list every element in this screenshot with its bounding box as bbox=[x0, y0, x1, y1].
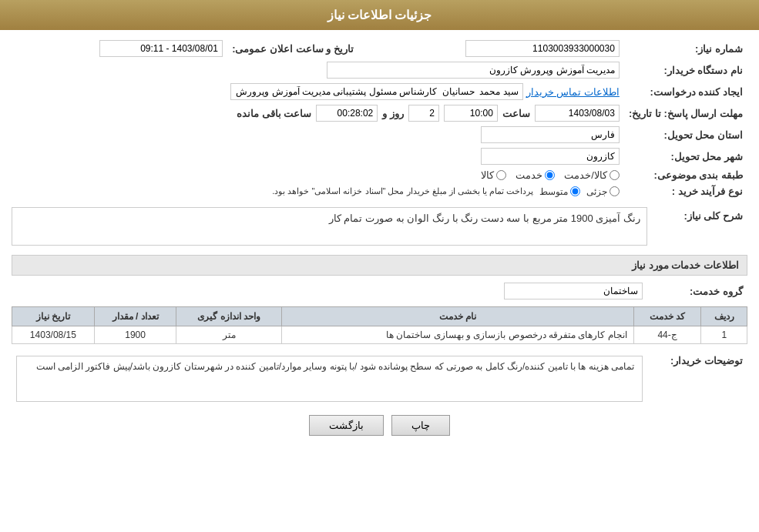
tabaghebandi-label: طبقه بندی موضوعی: bbox=[624, 167, 747, 183]
ijadKonande-label: ایجاد کننده درخواست: bbox=[624, 81, 747, 102]
col-vahed: واحد اندازه گیری bbox=[176, 307, 282, 326]
mohlat-remaining-input[interactable] bbox=[316, 105, 378, 122]
table-cell: انجام کارهای متفرقه درخصوص بازسازی و بهس… bbox=[282, 326, 634, 344]
rooz-label: روز و bbox=[382, 108, 404, 119]
col-kod: کد خدمت bbox=[633, 307, 701, 326]
shahr-label: شهر محل تحویل: bbox=[624, 146, 747, 167]
ijadKonande-input[interactable] bbox=[230, 83, 523, 100]
saat-label: ساعت bbox=[502, 108, 530, 119]
radio-kala[interactable]: کالا bbox=[481, 169, 506, 181]
radio-jozii-input[interactable] bbox=[610, 186, 620, 196]
groheKhadamat-label: گروه خدمت: bbox=[647, 280, 747, 302]
radio-khadamat-input[interactable] bbox=[545, 170, 555, 180]
col-radif: ردیف bbox=[701, 307, 747, 326]
noeFarayand-note: پرداخت تمام یا بخشی از مبلغ خریدار محل "… bbox=[272, 186, 533, 196]
shahr-input[interactable] bbox=[481, 148, 620, 165]
page-header: جزئیات اطلاعات نیاز bbox=[0, 0, 759, 30]
noeFarayand-label: نوع فرآیند خرید : bbox=[624, 183, 747, 199]
radio-kala-khadamat-label: کالا/خدمت bbox=[564, 169, 607, 181]
groheKhadamat-input[interactable] bbox=[504, 283, 643, 299]
table-cell: 1900 bbox=[94, 326, 176, 344]
table-cell: ج-44 bbox=[633, 326, 701, 344]
tarikh-input[interactable] bbox=[99, 40, 223, 57]
tavzihat-text: تمامی هزینه ها با تامین کننده/رنگ کامل ب… bbox=[36, 361, 634, 372]
chap-button[interactable]: چاپ bbox=[391, 415, 450, 436]
radio-khadamat[interactable]: خدمت bbox=[516, 169, 555, 181]
mohlat-rooz-input[interactable] bbox=[408, 105, 439, 122]
tavzihat-box: تمامی هزینه ها با تامین کننده/رنگ کامل ب… bbox=[16, 356, 643, 402]
sharhNiaz-text: رنگ آمیزی 1900 متر مربع با سه دست رنگ با… bbox=[329, 212, 640, 224]
namDastgah-input[interactable] bbox=[327, 62, 620, 79]
radio-kala-khadamat[interactable]: کالا/خدمت bbox=[564, 169, 620, 181]
buttons-row: چاپ بازگشت bbox=[12, 415, 747, 436]
radio-motevaset-input[interactable] bbox=[570, 186, 580, 196]
mohlat-label: مهلت ارسال پاسخ: تا تاریخ: bbox=[624, 102, 747, 124]
mohlat-saat-input[interactable] bbox=[444, 105, 498, 122]
table-cell: 1403/08/15 bbox=[12, 326, 95, 344]
table-cell: 1 bbox=[701, 326, 747, 344]
sharhNiaz-label: شرح کلی نیاز: bbox=[647, 204, 747, 249]
table-row: 1ج-44انجام کارهای متفرقه درخصوص بازسازی … bbox=[12, 326, 747, 344]
ostan-label: استان محل تحویل: bbox=[624, 124, 747, 146]
radio-motevaset-label: متوسط bbox=[539, 186, 568, 197]
radio-kala-label: کالا bbox=[481, 169, 494, 181]
bazgasht-button[interactable]: بازگشت bbox=[309, 415, 384, 436]
radio-khadamat-label: خدمت bbox=[516, 169, 542, 181]
mohlat-date-input[interactable] bbox=[535, 105, 620, 122]
khadamat-section-title: اطلاعات خدمات مورد نیاز bbox=[12, 255, 747, 276]
shomareNiaz-label: شماره نیاز: bbox=[624, 38, 747, 59]
tavzihat-label: توضیحات خریدار: bbox=[647, 350, 747, 404]
col-tarikh: تاریخ نیاز bbox=[12, 307, 95, 326]
radio-motevaset[interactable]: متوسط bbox=[539, 186, 580, 197]
sharhNiaz-box: رنگ آمیزی 1900 متر مربع با سه دست رنگ با… bbox=[12, 207, 647, 246]
radio-kala-khadamat-input[interactable] bbox=[610, 170, 620, 180]
namDastgah-label: نام دستگاه خریدار: bbox=[624, 59, 747, 81]
radio-jozii[interactable]: جزئی bbox=[586, 186, 620, 197]
ijadKonande-link[interactable]: اطلاعات تماس خریدار bbox=[526, 86, 620, 98]
saat-remaining-label: ساعت باقی مانده bbox=[237, 108, 311, 119]
radio-jozii-label: جزئی bbox=[586, 186, 607, 197]
tarikh-label: تاریخ و ساعت اعلان عمومی: bbox=[227, 38, 358, 59]
ostan-input[interactable] bbox=[481, 126, 620, 143]
shomareNiaz-input[interactable] bbox=[465, 40, 620, 57]
col-tedad: تعداد / مقدار bbox=[94, 307, 176, 326]
page-title: جزئیات اطلاعات نیاز bbox=[327, 8, 432, 22]
radio-kala-input[interactable] bbox=[496, 170, 506, 180]
col-nam: نام خدمت bbox=[282, 307, 634, 326]
table-cell: متر bbox=[176, 326, 282, 344]
services-table: ردیف کد خدمت نام خدمت واحد اندازه گیری ت… bbox=[12, 306, 747, 344]
